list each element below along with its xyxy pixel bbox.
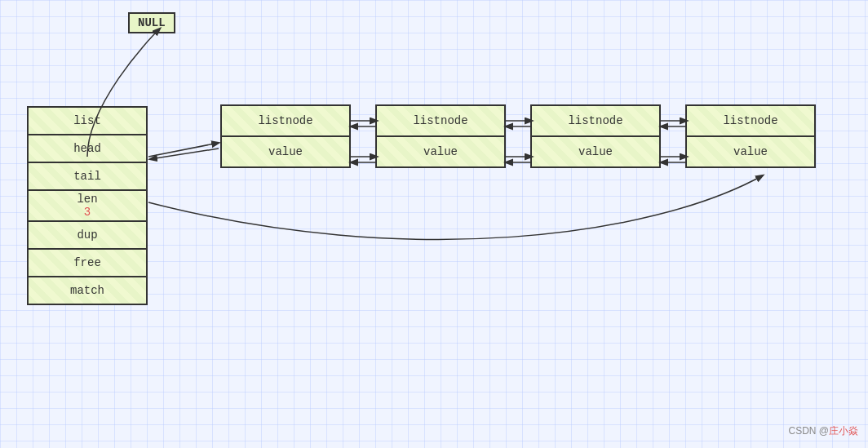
list-cell-len: len3 (29, 191, 146, 222)
listnode-1-top: listnode (222, 106, 349, 137)
list-cell-tail: tail (29, 163, 146, 191)
listnode-4-bottom: value (687, 137, 814, 166)
listnode-1-bottom: value (222, 137, 349, 166)
svg-line-0 (148, 143, 219, 157)
list-struct: list head tail len3 dup free match (27, 106, 148, 305)
list-cell-list: list (29, 108, 146, 135)
watermark-author: 庄小焱 (829, 425, 858, 437)
listnode-3-bottom: value (532, 137, 659, 166)
listnode-2-top: listnode (377, 106, 504, 137)
watermark: CSDN @庄小焱 (788, 424, 858, 438)
null-badge: NULL (128, 12, 175, 33)
listnode-2: listnode value (375, 104, 506, 168)
list-cell-free: free (29, 250, 146, 277)
listnode-1: listnode value (220, 104, 351, 168)
svg-line-13 (150, 149, 219, 159)
list-cell-dup: dup (29, 222, 146, 250)
listnode-4: listnode value (685, 104, 816, 168)
listnode-4-top: listnode (687, 106, 814, 137)
listnode-2-bottom: value (377, 137, 504, 166)
listnode-3-top: listnode (532, 106, 659, 137)
list-cell-head: head (29, 135, 146, 163)
listnode-3: listnode value (530, 104, 661, 168)
list-cell-match: match (29, 277, 146, 304)
